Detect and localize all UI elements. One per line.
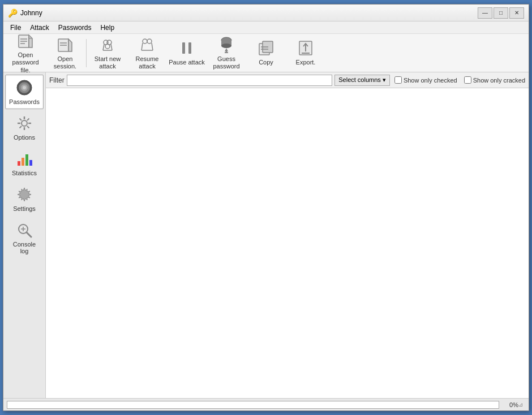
guess-password-icon [217,36,235,54]
show-only-cracked-checkbox[interactable] [464,76,471,84]
toolbar-btn-open-password-file[interactable]: Open password file. [6,37,45,70]
toolbar-btn-guess-password-label: Guess password [208,55,244,70]
sidebar-item-statistics[interactable]: Statistics [5,146,44,180]
menu-item-attack[interactable]: Attack [25,23,53,33]
start-new-attack-icon [98,36,117,54]
sidebar-item-console-log-label: Console log [8,241,41,254]
svg-point-17 [147,39,152,44]
toolbar-btn-start-new-attack[interactable]: Start new attack [88,37,127,70]
svg-point-25 [221,44,231,48]
resume-attack-icon [138,36,156,54]
show-only-checked-label: Show only checked [394,76,457,84]
progress-text: 0% [501,401,518,408]
svg-marker-7 [68,39,72,51]
svg-rect-21 [182,42,185,54]
export-icon [297,39,315,57]
svg-marker-2 [29,35,32,38]
console-log-icon [15,221,33,239]
menu-item-file[interactable]: File [6,23,25,33]
toolbar-btn-export[interactable]: Export. [286,37,325,70]
show-only-cracked-label: Show only cracked [464,76,525,84]
svg-line-14 [111,44,112,50]
sidebar-item-passwords[interactable]: Passwords [5,75,44,109]
titlebar: 🔑 Johnny — □ ✕ [3,5,529,21]
svg-marker-26 [225,48,228,51]
sidebar-item-console-log[interactable]: Console log [5,217,44,258]
svg-point-39 [23,86,26,89]
window-controls: — □ ✕ [478,7,524,19]
svg-line-18 [141,43,143,50]
toolbar-btn-pause-attack-label: Pause attack [169,59,205,66]
menu-item-passwords[interactable]: Passwords [54,23,96,33]
close-button[interactable]: ✕ [509,7,524,19]
toolbar-separator [86,39,87,67]
settings-icon [15,185,33,204]
options-icon [15,114,33,132]
progress-bar [7,401,499,409]
svg-point-12 [105,44,110,49]
app-icon: 🔑 [8,8,17,18]
svg-point-16 [143,39,147,44]
menu-item-help[interactable]: Help [96,23,119,33]
content-area: PasswordsOptionsStatisticsSettingsConsol… [3,72,529,398]
open-session-icon [56,36,74,54]
open-password-file-icon [16,32,35,50]
filter-label: Filter [49,76,65,84]
svg-line-55 [27,232,31,237]
svg-rect-52 [29,160,32,166]
svg-rect-50 [22,158,24,166]
toolbar-btn-resume-attack-label: Resume attack [129,55,165,70]
filter-input[interactable] [67,75,333,86]
filter-bar: Filter Select columns ▾ Show only checke… [46,72,529,88]
svg-rect-22 [188,42,191,54]
svg-point-40 [22,120,27,126]
svg-line-45 [20,119,22,121]
sidebar-item-options[interactable]: Options [5,110,44,145]
toolbar-btn-open-session-label: Open session. [47,55,83,70]
svg-line-48 [20,126,22,128]
toolbar-btn-open-password-file-label: Open password file. [7,51,44,74]
sidebar-item-statistics-label: Statistics [12,170,37,176]
toolbar-btn-guess-password[interactable]: Guess password [207,37,246,70]
select-columns-button[interactable]: Select columns ▾ [334,75,390,86]
svg-line-19 [152,43,153,50]
toolbar-btn-open-session[interactable]: Open session. [45,37,85,70]
toolbar-btn-copy[interactable]: Copy [246,37,286,70]
main-panel: Filter Select columns ▾ Show only checke… [46,72,529,398]
svg-rect-51 [25,154,28,166]
minimize-button[interactable]: — [478,7,492,19]
svg-line-47 [27,119,29,121]
show-only-checked-checkbox[interactable] [394,76,402,84]
maximize-button[interactable]: □ [494,7,508,19]
toolbar-btn-copy-label: Copy [259,59,273,66]
svg-line-46 [27,126,29,128]
sidebar-item-settings-label: Settings [13,205,36,212]
svg-line-13 [103,44,104,50]
toolbar-btn-pause-attack[interactable]: Pause attack [167,37,207,70]
passwords-icon [15,79,33,97]
statistics-icon [15,150,33,168]
toolbar-btn-export-label: Export. [296,59,316,66]
resize-handle[interactable]: ⊿ [518,401,525,408]
svg-rect-49 [18,161,20,166]
sidebar-item-options-label: Options [14,134,35,141]
toolbar-btn-start-new-attack-label: Start new attack [89,55,126,70]
window-title: Johnny [20,9,478,17]
sidebar: PasswordsOptionsStatisticsSettingsConsol… [3,72,46,398]
pause-attack-icon [178,39,196,57]
toolbar: Open password file.Open session.Start ne… [3,34,529,72]
sidebar-item-settings[interactable]: Settings [5,181,44,216]
statusbar: 0% ⊿ [3,398,529,410]
sidebar-item-passwords-label: Passwords [9,98,40,105]
table-area [46,88,529,398]
filter-checkboxes: Show only checked Show only cracked [394,76,525,84]
main-window: 🔑 Johnny — □ ✕ FileAttackPasswordsHelp O… [3,4,529,411]
copy-icon [257,39,275,57]
menubar: FileAttackPasswordsHelp [3,21,529,34]
toolbar-btn-resume-attack[interactable]: Resume attack [127,37,167,70]
